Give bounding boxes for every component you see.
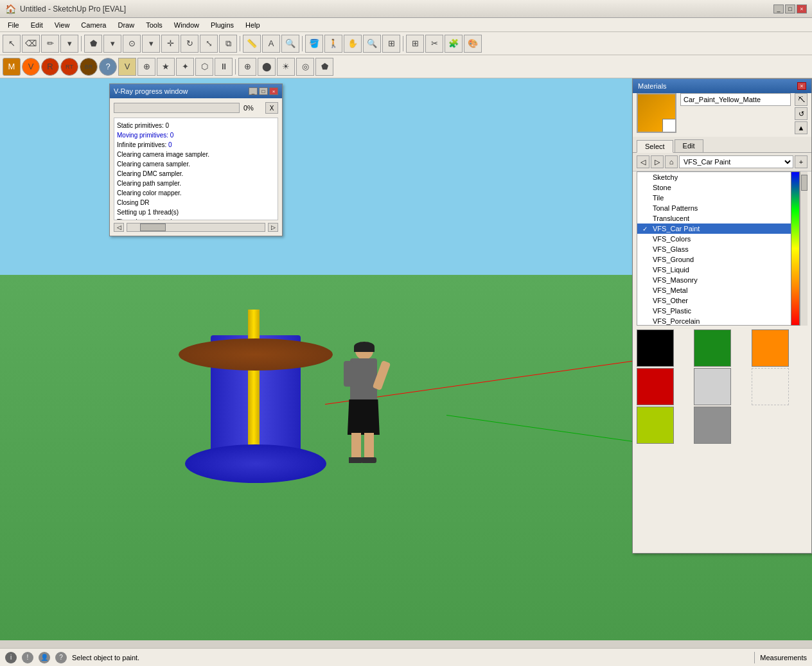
list-item-vfs-ground[interactable]: VFS_Ground	[637, 254, 807, 265]
rt-icon[interactable]: RT	[60, 58, 78, 76]
bucket-tool[interactable]: 🪣	[305, 35, 323, 53]
list-scrollbar[interactable]	[800, 171, 808, 326]
walk-tool[interactable]: 🚶	[324, 35, 342, 53]
vray-extra3[interactable]: ✦	[176, 58, 194, 76]
list-item-vfs-plastic[interactable]: VFS_Plastic	[637, 306, 807, 316]
extra-tool5[interactable]: ⬟	[315, 58, 333, 76]
menu-window[interactable]: Window	[169, 20, 204, 30]
extra-tool3[interactable]: ☀	[277, 58, 295, 76]
menu-file[interactable]: File	[3, 20, 24, 30]
swatch-green[interactable]	[694, 329, 731, 367]
swatch-gray[interactable]	[694, 368, 731, 405]
vray-extra2[interactable]: ★	[157, 58, 175, 76]
progress-maximize-btn[interactable]: □	[259, 87, 268, 95]
category-dropdown[interactable]: VFS_Car Paint Asphalt Brick Carpet Concr…	[679, 155, 793, 168]
push-pull-tool[interactable]: ⊙	[123, 35, 141, 53]
nav-home-btn[interactable]: ⌂	[665, 155, 678, 168]
shapes-tool[interactable]: ⬟	[84, 35, 102, 53]
rotate-tool[interactable]: ↻	[181, 35, 199, 53]
scale-tool[interactable]: ⤡	[200, 35, 218, 53]
add-material-btn[interactable]: +	[795, 155, 808, 168]
dimension-tool[interactable]: A	[262, 35, 280, 53]
push-pull-dropdown[interactable]: ▾	[142, 35, 160, 53]
log-line-3: Clearing camera image sampler.	[117, 150, 275, 159]
materials-list: Sketchy Stone Tile Tonal Patterns Transl…	[637, 171, 808, 326]
scroll-left-btn[interactable]: ◁	[114, 223, 124, 232]
menu-camera[interactable]: Camera	[76, 20, 111, 30]
minimize-button[interactable]: _	[773, 4, 784, 13]
maximize-button[interactable]: □	[785, 4, 795, 13]
extra-tool4[interactable]: ◎	[296, 58, 314, 76]
br-icon[interactable]: BR	[80, 58, 98, 76]
offset-tool[interactable]: ⧉	[219, 35, 237, 53]
vray-extra4[interactable]: ⬡	[195, 58, 213, 76]
zoom-tool[interactable]: 🔍	[363, 35, 381, 53]
reset-color-btn[interactable]: ↺	[795, 107, 808, 120]
pencil-tool[interactable]: ✏	[41, 35, 59, 53]
list-item-vfs-car-paint[interactable]: ✓ VFS_Car Paint	[637, 223, 807, 234]
swatch-yellow-green[interactable]	[637, 407, 674, 444]
close-button[interactable]: ×	[797, 4, 807, 13]
menu-edit[interactable]: Edit	[26, 20, 48, 30]
hand-tool[interactable]: ✋	[344, 35, 362, 53]
components-tool[interactable]: 🧩	[445, 35, 463, 53]
swatch-black[interactable]	[637, 329, 674, 367]
list-item-tonal[interactable]: Tonal Patterns	[637, 203, 807, 213]
vray-pause[interactable]: ⏸	[215, 58, 233, 76]
sample-paint-btn[interactable]: ⛏	[795, 93, 808, 106]
vray-icon[interactable]: V	[22, 58, 40, 76]
list-item-translucent[interactable]: Translucent	[637, 213, 807, 223]
help-icon[interactable]: ?	[99, 58, 117, 76]
list-item-tile[interactable]: Tile	[637, 193, 807, 203]
extra-tool1[interactable]: ⊕	[238, 58, 256, 76]
move-tool[interactable]: ✛	[161, 35, 179, 53]
swatch-orange[interactable]	[752, 329, 789, 367]
menu-help[interactable]: Help	[240, 20, 265, 30]
progress-minimize-btn[interactable]: _	[249, 87, 258, 95]
menu-plugins[interactable]: Plugins	[206, 20, 239, 30]
list-scrollbar-thumb[interactable]	[801, 175, 808, 191]
material-tool[interactable]: 🎨	[464, 35, 482, 53]
progress-close-btn[interactable]: ×	[269, 87, 278, 95]
list-item-vfs-metal[interactable]: VFS_Metal	[637, 285, 807, 295]
list-item-vfs-colors[interactable]: VFS_Colors	[637, 234, 807, 244]
swatch-red[interactable]	[637, 368, 674, 405]
list-item-vfs-liquid[interactable]: VFS_Liquid	[637, 265, 807, 275]
materials-icon[interactable]: M	[3, 58, 21, 76]
menu-tools[interactable]: Tools	[141, 20, 168, 30]
list-item-vfs-porcelain[interactable]: VFS_Porcelain	[637, 316, 807, 326]
vray-extra1[interactable]: ⊕	[137, 58, 155, 76]
extra-tool2[interactable]: ⬤	[258, 58, 276, 76]
render-icon[interactable]: R	[41, 58, 59, 76]
pencil-dropdown[interactable]: ▾	[60, 35, 78, 53]
axes-tool[interactable]: ⊞	[406, 35, 424, 53]
section-tool[interactable]: ✂	[425, 35, 443, 53]
toolbar-sep-2	[240, 36, 240, 51]
tape-tool[interactable]: 📏	[243, 35, 261, 53]
menu-draw[interactable]: Draw	[112, 20, 139, 30]
list-item-vfs-other[interactable]: VFS_Other	[637, 295, 807, 306]
materials-close-btn[interactable]: ×	[797, 82, 806, 90]
shapes-dropdown[interactable]: ▾	[103, 35, 121, 53]
tab-select[interactable]: Select	[637, 140, 673, 153]
protractor-tool[interactable]: 🔍	[281, 35, 299, 53]
horizontal-scrollbar[interactable]	[127, 223, 265, 232]
list-item-sketchy[interactable]: Sketchy	[637, 172, 807, 182]
zoom-box[interactable]: ⊞	[382, 35, 400, 53]
fill-btn[interactable]: ▲	[795, 121, 808, 134]
swatch-mid-gray[interactable]	[694, 407, 731, 444]
tab-edit[interactable]: Edit	[675, 139, 703, 152]
list-item-stone[interactable]: Stone	[637, 182, 807, 193]
eraser-tool[interactable]: ⌫	[22, 35, 40, 53]
nav-back-btn[interactable]: ◁	[637, 155, 649, 168]
material-name-input[interactable]	[680, 93, 791, 106]
nav-forward-btn[interactable]: ▷	[651, 155, 664, 168]
list-item-vfs-glass[interactable]: VFS_Glass	[637, 244, 807, 254]
viewport[interactable]: V-Ray progress window _ □ × 0% X Static …	[0, 78, 812, 640]
progress-cancel-btn[interactable]: X	[265, 102, 278, 114]
vray-settings[interactable]: V	[118, 58, 136, 76]
menu-view[interactable]: View	[49, 20, 75, 30]
scroll-right-btn[interactable]: ▷	[268, 223, 278, 232]
list-item-vfs-masonry[interactable]: VFS_Masonry	[637, 275, 807, 285]
select-tool[interactable]: ↖	[3, 35, 21, 53]
